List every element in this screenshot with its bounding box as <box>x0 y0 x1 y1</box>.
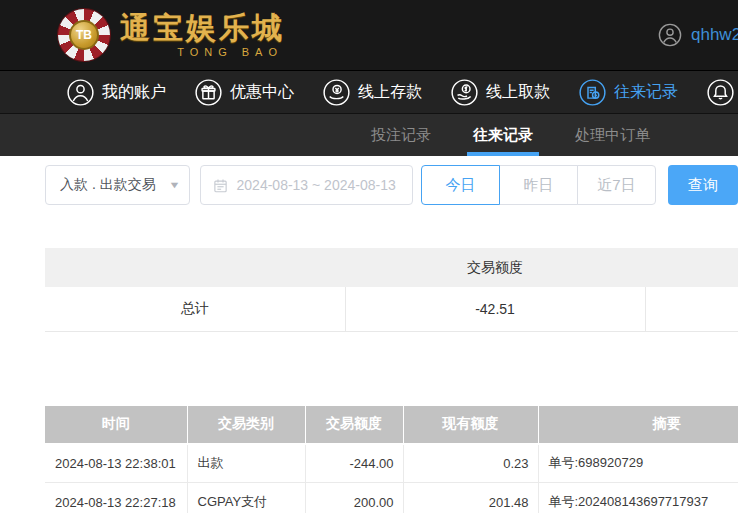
filter-row: 入款 . 出款交易 ▼ 2024-08-13 ~ 2024-08-13 今日 昨… <box>45 165 738 205</box>
summary-empty-cell <box>645 287 738 331</box>
chip-label: TB <box>69 20 99 50</box>
query-button[interactable]: 查询 <box>668 165 738 205</box>
summary-header-amount: 交易额度 <box>345 248 645 287</box>
record-tabs: 投注记录 往来记录 处理中订单 <box>0 114 738 156</box>
transaction-type-select[interactable]: 入款 . 出款交易 ▼ <box>45 165 190 205</box>
main-nav: 我的账户 优惠中心 线上存款 线上取款 <box>0 70 738 114</box>
nav-label: 往来记录 <box>614 82 678 103</box>
casino-chip-icon: TB <box>58 9 110 61</box>
nav-label: 我的账户 <box>102 82 166 103</box>
tab-bet-records[interactable]: 投注记录 <box>368 114 434 156</box>
nav-item-my-account[interactable]: 我的账户 <box>67 79 166 106</box>
cell-type: CGPAY支付 <box>187 483 305 513</box>
summary-header-empty <box>645 248 738 287</box>
tab-label: 处理中订单 <box>575 126 650 145</box>
summary-total-value: -42.51 <box>345 287 645 331</box>
nav-label: 优惠中心 <box>230 82 294 103</box>
summary-total-row: 总计 -42.51 <box>45 287 738 331</box>
date-range-input[interactable]: 2024-08-13 ~ 2024-08-13 <box>200 165 413 205</box>
cell-memo: 单号:698920729 <box>538 444 738 483</box>
brand-logo[interactable]: TB 通宝娱乐城 TONG BAO <box>58 9 285 61</box>
nav-item-promotions[interactable]: 优惠中心 <box>195 79 294 106</box>
today-button[interactable]: 今日 <box>421 165 500 205</box>
nav-label: 线上存款 <box>358 82 422 103</box>
nav-item-messages[interactable] <box>707 79 738 106</box>
cell-memo: 单号:202408143697717937 <box>538 483 738 513</box>
col-balance: 现有额度 <box>403 406 538 444</box>
summary-header-empty <box>45 248 345 287</box>
withdraw-icon <box>451 79 478 106</box>
gift-icon <box>195 79 222 106</box>
date-range-value: 2024-08-13 ~ 2024-08-13 <box>237 177 396 193</box>
page: TB 通宝娱乐城 TONG BAO qhhw2 我的账户 <box>0 0 738 513</box>
cell-balance: 201.48 <box>403 483 538 513</box>
nav-label: 线上取款 <box>486 82 550 103</box>
username[interactable]: qhhw2 <box>691 25 738 45</box>
chevron-down-icon: ▼ <box>168 180 180 190</box>
col-memo: 摘要 <box>538 406 738 444</box>
tab-label: 投注记录 <box>371 126 431 145</box>
deposit-icon <box>323 79 350 106</box>
cell-time: 2024-08-13 22:38:01 <box>45 444 187 483</box>
records-section: 时间 交易类别 交易额度 现有额度 摘要 2024-08-13 22:38:01… <box>45 406 738 513</box>
summary-section: 交易额度 总计 -42.51 <box>45 248 738 332</box>
nav-item-online-deposit[interactable]: 线上存款 <box>323 79 422 106</box>
tab-pending-orders[interactable]: 处理中订单 <box>572 114 653 156</box>
cell-time: 2024-08-13 22:27:18 <box>45 483 187 513</box>
nav-item-online-withdraw[interactable]: 线上取款 <box>451 79 550 106</box>
user-avatar-icon <box>658 23 682 47</box>
table-row: 2024-08-13 22:38:01 出款 -244.00 0.23 单号:6… <box>45 444 738 483</box>
col-type: 交易类别 <box>187 406 305 444</box>
brand-name-cn: 通宝娱乐城 <box>120 13 285 43</box>
cell-balance: 0.23 <box>403 444 538 483</box>
records-icon <box>579 79 606 106</box>
yesterday-button[interactable]: 昨日 <box>499 165 578 205</box>
calendar-icon <box>213 178 228 193</box>
summary-table: 交易额度 总计 -42.51 <box>45 248 738 332</box>
brand-text: 通宝娱乐城 TONG BAO <box>120 13 285 58</box>
col-amount: 交易额度 <box>305 406 403 444</box>
user-area[interactable]: qhhw2 <box>658 0 738 70</box>
brand-name-en: TONG BAO <box>120 46 285 58</box>
summary-header-row: 交易额度 <box>45 248 738 287</box>
select-value: 入款 . 出款交易 <box>60 176 156 194</box>
records-table: 时间 交易类别 交易额度 现有额度 摘要 2024-08-13 22:38:01… <box>45 406 738 513</box>
cell-amount: -244.00 <box>305 444 403 483</box>
table-row: 2024-08-13 22:27:18 CGPAY支付 200.00 201.4… <box>45 483 738 513</box>
summary-total-label: 总计 <box>45 287 345 331</box>
nav-item-transaction-records[interactable]: 往来记录 <box>579 79 678 106</box>
tab-label: 往来记录 <box>473 126 533 145</box>
tab-transaction-records[interactable]: 往来记录 <box>470 114 536 156</box>
user-icon <box>67 79 94 106</box>
quick-date-buttons: 今日 昨日 近7日 <box>421 165 656 205</box>
bell-icon <box>707 79 734 106</box>
cell-amount: 200.00 <box>305 483 403 513</box>
last7days-button[interactable]: 近7日 <box>577 165 656 205</box>
records-header-row: 时间 交易类别 交易额度 现有额度 摘要 <box>45 406 738 444</box>
cell-type: 出款 <box>187 444 305 483</box>
top-header: TB 通宝娱乐城 TONG BAO qhhw2 <box>0 0 738 70</box>
col-time: 时间 <box>45 406 187 444</box>
